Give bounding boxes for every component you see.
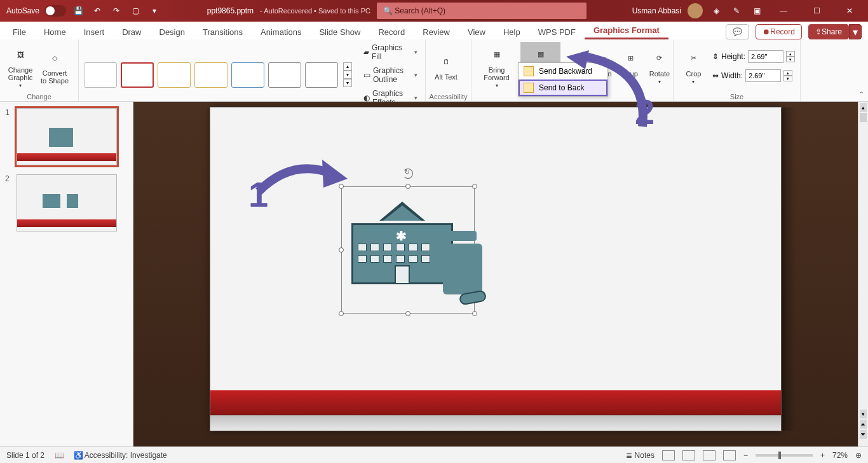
style-item-3[interactable] [158, 62, 191, 88]
collapse-ribbon-icon[interactable]: ⌃ [858, 90, 864, 99]
fill-icon: ▰ [363, 48, 369, 57]
tab-home[interactable]: Home [35, 25, 75, 39]
tab-wps-pdf[interactable]: WPS PDF [529, 25, 585, 39]
height-label: Height: [721, 52, 745, 61]
diamond-icon[interactable]: ◈ [709, 4, 723, 18]
save-icon[interactable]: 💾 [71, 4, 85, 18]
minimize-button[interactable]: — [770, 0, 797, 22]
title-bar: AutoSave 💾 ↶ ↷ ▢ ▾ ppt9865.pptm - AutoRe… [0, 0, 868, 22]
ribbon: 🖼 Change Graphic ▾ ◇ Convert to Shape Ch… [0, 39, 868, 102]
tab-design[interactable]: Design [151, 25, 194, 39]
avatar[interactable] [688, 3, 703, 18]
graphics-outline-button[interactable]: ▭Graphics Outline [361, 65, 420, 85]
tab-help[interactable]: Help [494, 25, 529, 39]
redo-icon[interactable]: ↷ [109, 4, 123, 18]
outline-icon: ▭ [363, 71, 370, 79]
tab-file[interactable]: File [4, 25, 35, 39]
style-item-1[interactable] [84, 62, 117, 88]
wand-icon[interactable]: ✎ [729, 4, 743, 18]
undo-icon[interactable]: ↶ [90, 4, 104, 18]
width-input[interactable] [745, 69, 781, 82]
tab-transitions[interactable]: Transitions [194, 25, 252, 39]
height-input[interactable] [748, 50, 783, 63]
alt-text-icon: 🗒 [436, 52, 456, 72]
crop-icon: ✂ [683, 48, 703, 69]
convert-to-shape-button[interactable]: ◇ Convert to Shape [39, 42, 70, 90]
height-icon: ⇕ [712, 52, 719, 61]
svg-marker-0 [566, 50, 589, 69]
tab-draw[interactable]: Draw [113, 25, 150, 39]
annotation-arrow-2: 2 [566, 50, 655, 102]
change-graphic-icon: 🖼 [10, 45, 31, 65]
crop-button[interactable]: ✂ Crop▾ [679, 42, 709, 90]
autosave-toggle[interactable] [44, 5, 66, 17]
width-label: Width: [721, 71, 743, 80]
send-backward-icon: ▩ [531, 45, 551, 65]
tab-graphics-format[interactable]: Graphics Format [585, 23, 668, 39]
qat-more-icon[interactable]: ▾ [147, 4, 161, 18]
size-group-label: Size [674, 93, 800, 102]
style-item-4[interactable] [194, 62, 227, 88]
user-name[interactable]: Usman Abbasi [632, 6, 681, 15]
ribbon-tabs: File Home Insert Draw Design Transitions… [0, 22, 868, 39]
graphics-fill-button[interactable]: ▰Graphics Fill [361, 42, 420, 62]
tab-slideshow[interactable]: Slide Show [310, 25, 369, 39]
search-input[interactable]: 🔍 Search (Alt+Q) [377, 3, 587, 19]
bring-forward-button[interactable]: ▦ Bring Forward▾ [477, 42, 517, 90]
alt-text-button[interactable]: 🗒 Alt Text [431, 42, 461, 90]
share-more-button[interactable]: ▾ [849, 24, 862, 39]
change-graphic-button[interactable]: 🖼 Change Graphic ▾ [5, 42, 36, 90]
annotation-label-2: 2 [635, 91, 654, 102]
graphics-effects-button[interactable]: ◐Graphics Effects [361, 88, 420, 102]
style-item-5[interactable] [231, 62, 264, 88]
width-spinner[interactable]: ▴▾ [783, 70, 792, 81]
change-group-label: Change [0, 93, 78, 102]
gallery-scroll[interactable]: ▴▾▾ [343, 62, 352, 88]
style-gallery[interactable]: ▴▾▾ [84, 62, 352, 88]
save-status: - AutoRecovered • Saved to this PC [260, 7, 370, 15]
style-item-7[interactable] [305, 62, 338, 88]
document-title: ppt9865.pptm [207, 6, 254, 15]
close-button[interactable]: ✕ [836, 0, 863, 22]
search-icon: 🔍 [383, 6, 393, 15]
present-icon[interactable]: ▢ [128, 4, 142, 18]
record-button[interactable]: ⏺ Record [756, 24, 802, 39]
style-item-2[interactable] [121, 62, 154, 88]
convert-shape-icon: ◇ [44, 48, 65, 68]
send-backward-item-icon [524, 66, 534, 76]
tab-insert[interactable]: Insert [75, 25, 114, 39]
height-spinner[interactable]: ▴▾ [786, 51, 795, 62]
share-button[interactable]: ⇪ Share [808, 24, 849, 39]
maximize-button[interactable]: ☐ [803, 0, 830, 22]
effects-icon: ◐ [363, 93, 370, 102]
search-placeholder: Search (Alt+Q) [395, 6, 445, 15]
tab-animations[interactable]: Animations [252, 25, 310, 39]
tab-view[interactable]: View [459, 25, 494, 39]
tab-record[interactable]: Record [369, 25, 414, 39]
autosave-label: AutoSave [6, 6, 39, 15]
send-to-back-item-icon [524, 83, 534, 93]
accessibility-group-label: Accessibility [426, 93, 471, 102]
bring-forward-icon: ▦ [487, 45, 507, 65]
tab-review[interactable]: Review [414, 25, 459, 39]
width-icon: ⇔ [712, 71, 719, 80]
comments-button[interactable]: 💬 [726, 24, 749, 39]
style-item-6[interactable] [268, 62, 301, 88]
app-mode-icon[interactable]: ▣ [750, 4, 764, 18]
